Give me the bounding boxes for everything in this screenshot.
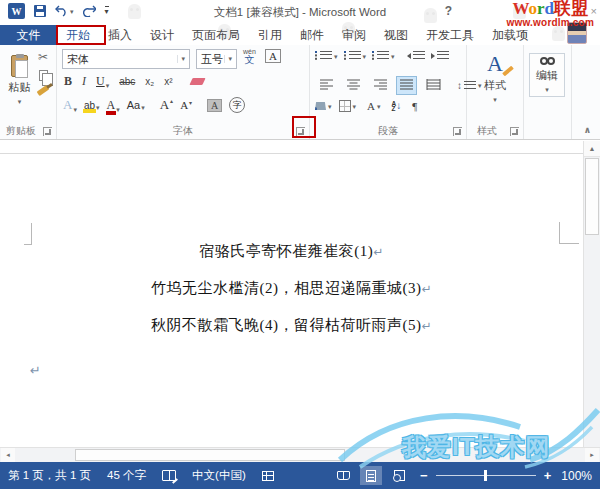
tab-mailings[interactable]: 邮件	[291, 25, 333, 45]
shading-button[interactable]: ▾	[315, 102, 332, 110]
zoom-slider[interactable]	[436, 475, 536, 476]
clipboard-dialog-launcher-icon[interactable]	[43, 127, 52, 136]
text-effects-button[interactable]: A▾	[63, 97, 77, 113]
tab-file[interactable]: 文件	[0, 25, 57, 45]
horizontal-scrollbar[interactable]: ◂ ▸	[0, 447, 600, 462]
borders-button[interactable]: ▾	[339, 100, 357, 112]
help-icon[interactable]: ?	[445, 4, 452, 18]
collapse-ribbon-icon[interactable]: ∧	[584, 125, 591, 135]
decrease-indent-button[interactable]	[407, 51, 425, 61]
styles-button[interactable]: A 样式 ▾	[467, 53, 523, 103]
poem-line-2[interactable]: 竹坞无尘水槛清(2)，相思迢递隔重城(3)↵	[0, 279, 583, 298]
underline-button[interactable]: U▾	[96, 74, 109, 89]
styles-dropdown-arrow[interactable]: ▾	[493, 96, 497, 103]
format-painter-icon[interactable]	[37, 85, 50, 96]
save-icon[interactable]	[34, 5, 46, 17]
font-name-dropdown-arrow[interactable]: ▾	[177, 55, 185, 63]
numbering-button[interactable]: ▾	[344, 51, 367, 61]
paste-dropdown-arrow[interactable]: ▾	[18, 98, 22, 105]
zoom-percentage[interactable]: 100%	[561, 469, 592, 483]
multilevel-dropdown-arrow[interactable]: ▾	[391, 53, 395, 60]
tab-references[interactable]: 引用	[249, 25, 291, 45]
redo-button[interactable]	[83, 5, 96, 17]
tab-design[interactable]: 设计	[141, 25, 183, 45]
character-border-button[interactable]: A	[265, 49, 281, 63]
scroll-left-icon[interactable]: ◂	[1, 448, 15, 462]
change-case-button[interactable]: Aa▾	[127, 99, 145, 111]
text-effects-dropdown-arrow[interactable]: ▾	[73, 106, 77, 113]
align-left-button[interactable]	[315, 75, 338, 96]
highlight-color-button[interactable]: ab▾	[84, 100, 100, 111]
underline-dropdown-arrow[interactable]: ▾	[106, 82, 110, 89]
web-layout-button[interactable]	[388, 466, 410, 485]
editing-button[interactable]: 编辑 ▾	[529, 53, 565, 97]
poem-line-3[interactable]: 秋阴不散霜飞晚(4)，留得枯荷听雨声(5)↵	[0, 316, 583, 335]
font-dialog-launcher-icon[interactable]	[296, 127, 305, 136]
multilevel-list-button[interactable]: ▾	[372, 51, 395, 61]
poem-title-line[interactable]: 宿骆氏亭寄怀崔雍崔衮(1)↵	[0, 242, 583, 261]
clear-formatting-button[interactable]	[191, 78, 204, 85]
read-mode-button[interactable]	[332, 466, 354, 485]
language-indicator[interactable]: 中文(中国)	[192, 468, 246, 483]
align-center-button[interactable]	[342, 75, 365, 96]
sort-button[interactable]: AZ↓	[392, 101, 402, 111]
font-name-combobox[interactable]: 宋体 ▾	[62, 49, 190, 69]
font-size-combobox[interactable]: 五号 ▾	[196, 49, 237, 69]
bold-button[interactable]: B	[64, 74, 72, 89]
vertical-scrollbar[interactable]: ▲	[583, 141, 600, 447]
zoom-slider-thumb[interactable]	[484, 470, 487, 481]
bullets-dropdown-arrow[interactable]: ▾	[334, 53, 338, 60]
font-color-button[interactable]: A▾	[107, 98, 120, 113]
cut-icon[interactable]: ✂	[38, 51, 48, 63]
font-color-dropdown-arrow[interactable]: ▾	[116, 106, 120, 113]
horizontal-scrollbar-thumb[interactable]	[75, 449, 345, 461]
distribute-button[interactable]	[421, 75, 446, 96]
undo-button[interactable]: ▾	[55, 5, 74, 17]
borders-dropdown-arrow[interactable]: ▾	[353, 103, 357, 110]
highlight-dropdown-arrow[interactable]: ▾	[96, 104, 100, 111]
close-icon[interactable]: ×	[591, 5, 597, 17]
paste-button[interactable]: 粘贴 ▾	[3, 50, 36, 126]
styles-dialog-launcher-icon[interactable]	[510, 127, 519, 136]
shrink-font-button[interactable]: A▾	[180, 99, 192, 111]
character-shading-button[interactable]: A	[207, 99, 222, 112]
align-right-button[interactable]	[369, 75, 392, 96]
justify-button[interactable]	[396, 76, 417, 95]
tab-addins[interactable]: 加载项	[483, 25, 537, 45]
enclose-characters-button[interactable]: 字	[229, 97, 245, 113]
vertical-scrollbar-thumb[interactable]	[585, 158, 599, 235]
subscript-button[interactable]: x₂	[145, 76, 154, 87]
asian-layout-button[interactable]: A▾	[367, 100, 380, 112]
paragraph-dialog-launcher-icon[interactable]	[453, 127, 462, 136]
show-hide-marks-button[interactable]: ¶	[412, 100, 417, 112]
change-case-dropdown-arrow[interactable]: ▾	[141, 104, 145, 111]
page-indicator[interactable]: 第 1 页，共 1 页	[8, 468, 91, 483]
phonetic-guide-button[interactable]: wén 文	[243, 48, 256, 65]
grow-font-button[interactable]: A▴	[160, 97, 173, 113]
copy-icon[interactable]	[39, 70, 48, 81]
tab-developer[interactable]: 开发工具	[417, 25, 483, 45]
tab-insert[interactable]: 插入	[99, 25, 141, 45]
macro-record-icon[interactable]	[262, 471, 274, 481]
bullets-button[interactable]: ▾	[315, 51, 338, 61]
tab-page-layout[interactable]: 页面布局	[183, 25, 249, 45]
numbering-dropdown-arrow[interactable]: ▾	[363, 53, 367, 60]
proofing-book-icon[interactable]	[162, 470, 176, 481]
word-count[interactable]: 45 个字	[107, 468, 146, 483]
tab-view[interactable]: 视图	[375, 25, 417, 45]
font-size-dropdown-arrow[interactable]: ▾	[224, 55, 232, 63]
tab-home[interactable]: 开始	[57, 25, 99, 45]
strikethrough-button[interactable]: abc	[119, 76, 135, 87]
customize-qat-dropdown[interactable]: ▾	[105, 6, 109, 16]
editing-dropdown-arrow[interactable]: ▾	[545, 86, 549, 93]
shading-dropdown-arrow[interactable]: ▾	[328, 103, 332, 110]
superscript-button[interactable]: x²	[164, 76, 172, 87]
undo-dropdown-arrow[interactable]: ▾	[70, 8, 74, 15]
italic-button[interactable]: I	[82, 74, 86, 89]
print-layout-button[interactable]	[360, 466, 382, 485]
zoom-out-button[interactable]: −	[420, 468, 428, 483]
zoom-in-button[interactable]: +	[544, 468, 552, 483]
asian-layout-dropdown-arrow[interactable]: ▾	[377, 103, 381, 110]
scroll-right-icon[interactable]: ▸	[585, 448, 599, 462]
scroll-up-icon[interactable]: ▲	[584, 141, 600, 157]
